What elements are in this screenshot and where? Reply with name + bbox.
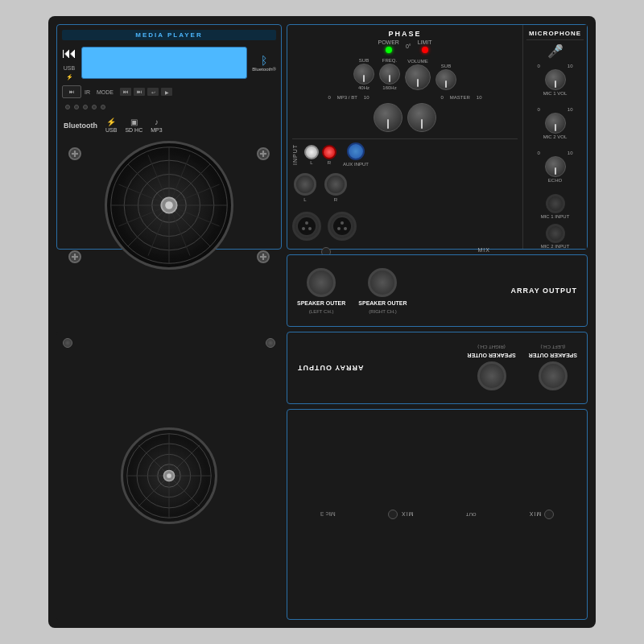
- phase-section: PHASE POWER 0° LIMIT: [292, 30, 518, 53]
- echo-group: 0 10 ECHO: [526, 151, 584, 183]
- ir-mode-row: ⏭ IR MODE ⏮ ⏭ ↩ ▶: [62, 85, 276, 98]
- mic1vol-knob[interactable]: [545, 69, 566, 90]
- mix-right-label: MIX: [477, 247, 489, 253]
- bottom-knob-row: [292, 103, 518, 132]
- mic2-input-jack[interactable]: [546, 224, 565, 243]
- top-knob-row: SUB 40Hz FREQ. 160Hz VOLUME SUB: [292, 58, 518, 90]
- rca-r-label: R: [328, 160, 331, 165]
- sub-left-knob[interactable]: [353, 64, 374, 85]
- limit-indicator: LIMIT: [418, 39, 432, 53]
- mic3-label: Mic 3: [320, 511, 336, 518]
- bottom-left: [56, 332, 282, 620]
- sub-left-group: SUB 40Hz: [353, 58, 374, 90]
- screw-tl: [68, 147, 81, 160]
- freq-group: FREQ. 160Hz: [379, 58, 400, 90]
- freq160-label: 160Hz: [382, 85, 396, 90]
- trs-right-group: R: [324, 173, 347, 202]
- scale-master: 0 MASTER 10: [440, 95, 481, 100]
- mic1-scale: 0 10: [538, 64, 573, 68]
- usb-icon: ⚡ USB: [105, 118, 117, 133]
- svg-point-14: [305, 221, 308, 225]
- upside-speaker-1-sub: (LEFT CH.): [541, 345, 566, 350]
- rca-red-jack[interactable]: [322, 145, 336, 159]
- mic2-scale-0: 0: [538, 107, 540, 112]
- upside-speaker-2: SPEAKER OUTER (RIGHT CH.): [467, 345, 515, 391]
- upside-speaker-2-sub: (RIGHT CH.): [477, 345, 506, 350]
- screw-br: [257, 250, 270, 263]
- inputs-section: INPUT L R AUX INPUT: [292, 138, 518, 167]
- screw-bottom-tl: [63, 338, 72, 348]
- volume-group: VOLUME: [405, 59, 431, 90]
- bluetooth-symbol: ᛒ: [252, 54, 276, 67]
- xlr-right[interactable]: [328, 212, 357, 241]
- trs-row: L R: [292, 170, 518, 205]
- bt-icon-label: Bluetooth: [64, 122, 97, 130]
- mp3-icon: ♪ MP3: [151, 118, 162, 133]
- zero-degree-indicator: 0°: [406, 43, 411, 49]
- svg-point-17: [341, 221, 344, 225]
- trs-left-jack[interactable]: [294, 173, 316, 196]
- bottom-mix-label-l: MIX: [529, 512, 541, 518]
- xlr-left[interactable]: [292, 212, 321, 241]
- speaker-outer-right-jack[interactable]: [368, 268, 397, 297]
- mic2input-label: MIC 2 INPUT: [541, 244, 570, 249]
- svg-point-18: [337, 227, 341, 230]
- usb-symbol: ⚡: [66, 74, 73, 80]
- rca-white-group: L: [304, 145, 319, 165]
- mic2-scale: 0 10: [538, 107, 573, 112]
- svg-point-29: [167, 473, 171, 478]
- usb-label: USB: [64, 65, 75, 71]
- mic1-input-jack[interactable]: [546, 194, 565, 213]
- mic-header: MICROPHONE: [526, 30, 584, 40]
- mic2-scale-10: 10: [568, 107, 573, 112]
- upside-speaker-2-jack[interactable]: [477, 362, 506, 391]
- top-section: MEDIA PLAYER ⏮ USB ⚡ ᛒ Bluetooth®: [56, 24, 588, 250]
- freq-knob[interactable]: [379, 64, 400, 85]
- xlr-row: [292, 212, 518, 241]
- fan-circle: [105, 141, 233, 270]
- mic-icon: 🎤: [526, 43, 584, 59]
- upside-speaker-2-label: SPEAKER OUTER: [467, 353, 515, 359]
- volume-knob[interactable]: [405, 64, 431, 90]
- rca-white-jack[interactable]: [304, 145, 319, 159]
- prev-btn[interactable]: ⏮: [120, 88, 131, 96]
- zero-label: 0°: [406, 43, 411, 49]
- upside-down-speaker-panel: SPEAKER OUTER (LEFT CH.) SPEAKER OUTER (…: [287, 332, 588, 404]
- upside-speaker-1-jack[interactable]: [539, 362, 568, 391]
- speaker-outer-left: SPEAKER OUTER (LEFT CH.): [297, 268, 345, 314]
- trs-right-jack[interactable]: [324, 173, 347, 196]
- limit-label: LIMIT: [418, 39, 432, 45]
- speaker-outer-right-sublabel: (RIGHT CH.): [369, 309, 397, 314]
- rca-red-group: R: [322, 145, 336, 165]
- master-knob[interactable]: [407, 103, 436, 132]
- trs-r-label: R: [334, 197, 337, 202]
- sub-left-label: SUB: [359, 58, 369, 63]
- upside-array-output-label: ARRAY OUTPUT: [297, 364, 364, 372]
- bottom-mix-circle-r: [388, 510, 398, 519]
- echo-label: ECHO: [548, 178, 562, 183]
- aux-jack[interactable]: [347, 142, 365, 160]
- echo-knob[interactable]: [545, 156, 566, 177]
- phase-label: PHASE: [292, 30, 518, 38]
- mp3bt-knob[interactable]: [374, 103, 402, 132]
- sub-right-knob[interactable]: [436, 69, 456, 90]
- fan-small: [121, 427, 217, 524]
- speaker-outer-left-jack[interactable]: [307, 268, 336, 297]
- next-btn[interactable]: ⏭: [134, 88, 145, 96]
- bottom-controls-upside: MIX OUT MIX Mic 3: [287, 409, 588, 620]
- dot-4: [92, 105, 97, 109]
- mic2vol-label: MIC 2 VOL: [543, 134, 568, 139]
- power-label: POWER: [378, 39, 398, 45]
- speaker-panel: SPEAKER OUTER (LEFT CH.) SPEAKER OUTER (…: [287, 254, 588, 327]
- xlr-left-group: [292, 212, 321, 241]
- mic2vol-knob[interactable]: [545, 113, 566, 134]
- play-btn[interactable]: ▶: [161, 88, 172, 96]
- xlr-left-inner: [298, 217, 316, 235]
- media-player-label: MEDIA PLAYER: [62, 30, 276, 40]
- repeat-btn[interactable]: ↩: [147, 88, 159, 96]
- bluetooth-text: Bluetooth®: [252, 67, 276, 72]
- scale-0-left: 0: [328, 95, 330, 100]
- svg-point-16: [308, 227, 312, 230]
- scale-10-left: 10: [364, 95, 369, 100]
- power-led: [386, 47, 392, 53]
